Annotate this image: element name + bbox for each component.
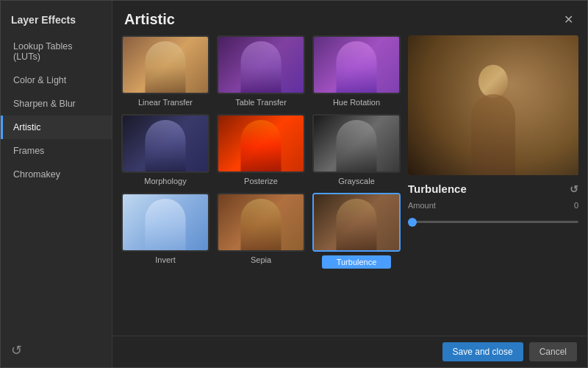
effect-selected-badge: Turbulence <box>322 255 392 269</box>
preview-reset-icon[interactable]: ↺ <box>570 183 578 195</box>
effect-invert[interactable]: Invert <box>121 193 209 269</box>
sidebar-title: Layer Effects <box>1 7 112 35</box>
preview-image <box>408 35 578 175</box>
effect-label-table-transfer: Table Transfer <box>235 98 287 107</box>
sidebar-item-sharpen-blur[interactable]: Sharpen & Blur <box>1 92 112 116</box>
main-header: Artistic ✕ <box>112 1 587 35</box>
effect-label-grayscale: Grayscale <box>338 177 375 185</box>
effect-label-posterize: Posterize <box>244 177 278 185</box>
effect-morphology[interactable]: Morphology <box>121 114 209 185</box>
reset-icon[interactable]: ↺ <box>1 333 112 367</box>
close-button[interactable]: ✕ <box>561 13 576 27</box>
main-content: Artistic ✕ Linear Transfer <box>112 1 587 367</box>
amount-value: 0 <box>574 201 578 210</box>
sidebar-item-luts[interactable]: Lookup Tables (LUTs) <box>1 35 112 68</box>
amount-label-row: Amount 0 <box>408 201 578 210</box>
page-title: Artistic <box>124 11 175 28</box>
effect-thumb-hue-rotation <box>312 35 401 94</box>
effect-sepia[interactable]: Sepia <box>217 193 305 269</box>
effect-posterize[interactable]: Posterize <box>217 114 305 185</box>
preview-person <box>467 57 519 175</box>
effect-grayscale[interactable]: Grayscale <box>312 114 401 185</box>
save-and-close-button[interactable]: Save and close <box>442 342 523 361</box>
effect-turbulence[interactable]: Turbulence <box>312 193 401 269</box>
preview-content <box>408 35 578 175</box>
amount-slider[interactable] <box>408 221 578 223</box>
effect-hue-rotation[interactable]: Hue Rotation <box>312 35 401 107</box>
effect-table-transfer[interactable]: Table Transfer <box>217 35 305 107</box>
effect-label-hue-rotation: Hue Rotation <box>333 98 380 107</box>
app-container: Layer Effects Lookup Tables (LUTs) Color… <box>0 0 588 368</box>
sidebar-item-frames[interactable]: Frames <box>1 139 112 163</box>
slider-container <box>408 213 578 226</box>
effect-label-sepia: Sepia <box>251 255 271 264</box>
effect-thumb-grayscale <box>312 114 401 173</box>
preview-effect-name: Turbulence ↺ <box>408 183 578 195</box>
content-area: Linear Transfer Table Transfer <box>112 35 587 336</box>
effect-thumb-morphology <box>121 114 209 173</box>
sidebar-item-artistic[interactable]: Artistic <box>1 116 112 139</box>
sidebar-item-chromakey[interactable]: Chromakey <box>1 163 112 186</box>
effect-thumb-turbulence <box>312 193 401 252</box>
preview-panel: Turbulence ↺ Amount 0 <box>408 35 578 336</box>
effect-thumb-table-transfer <box>217 35 305 94</box>
effect-label-morphology: Morphology <box>144 177 186 185</box>
effect-thumb-invert <box>121 193 209 252</box>
cancel-button[interactable]: Cancel <box>529 342 577 361</box>
sidebar: Layer Effects Lookup Tables (LUTs) Color… <box>1 1 112 367</box>
effects-grid: Linear Transfer Table Transfer <box>121 35 401 336</box>
effect-thumb-posterize <box>217 114 305 173</box>
bottom-bar: Save and close Cancel <box>112 336 587 367</box>
effect-linear-transfer[interactable]: Linear Transfer <box>121 35 209 107</box>
effect-label-linear-transfer: Linear Transfer <box>138 98 193 107</box>
effect-label-invert: Invert <box>155 255 176 264</box>
sidebar-item-color-light[interactable]: Color & Light <box>1 68 112 92</box>
effect-thumb-linear-transfer <box>121 35 209 94</box>
effect-thumb-sepia <box>217 193 305 252</box>
